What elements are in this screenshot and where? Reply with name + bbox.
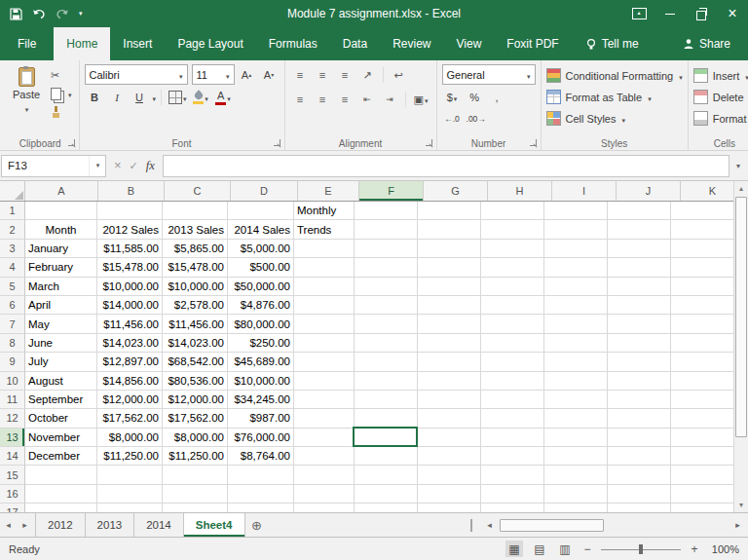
cell-G13[interactable] — [418, 429, 481, 447]
cell-F14[interactable] — [355, 447, 418, 466]
cell-I9[interactable] — [544, 353, 608, 371]
cell-H11[interactable] — [481, 391, 544, 409]
col-header-C[interactable]: C — [165, 181, 231, 201]
col-header-E[interactable]: E — [298, 181, 359, 201]
cell-I3[interactable] — [544, 240, 608, 258]
cell-K2[interactable] — [671, 220, 734, 239]
cell-F10[interactable] — [355, 372, 418, 391]
tell-me-box[interactable]: Tell me — [585, 27, 639, 60]
cell-I7[interactable] — [544, 315, 608, 333]
cell-A2[interactable]: Month — [25, 220, 97, 239]
cell-H6[interactable] — [481, 296, 544, 315]
cell-G17[interactable] — [418, 504, 481, 512]
cell-J7[interactable] — [608, 315, 671, 333]
cell-G5[interactable] — [418, 278, 481, 296]
cell-I11[interactable] — [544, 391, 608, 409]
underline-button[interactable]: U — [130, 89, 150, 106]
align-right-button[interactable]: ≡ — [335, 91, 355, 108]
cell-G6[interactable] — [418, 296, 481, 315]
cell-D10[interactable]: $10,000.00 — [228, 372, 294, 391]
number-dialog-launcher[interactable] — [530, 139, 538, 147]
cell-F5[interactable] — [355, 278, 418, 296]
cell-F1[interactable] — [355, 202, 418, 220]
cell-I1[interactable] — [544, 202, 608, 220]
insert-function-button[interactable]: fx — [146, 159, 155, 173]
cancel-icon[interactable] — [114, 159, 122, 172]
enter-icon[interactable] — [130, 159, 138, 172]
cell-J12[interactable] — [608, 409, 671, 428]
cell-G11[interactable] — [418, 391, 481, 409]
horizontal-scrollbar-thumb[interactable] — [500, 519, 604, 532]
cell-H15[interactable] — [481, 466, 544, 484]
cell-B13[interactable]: $8,000.00 — [97, 429, 163, 447]
cell-G15[interactable] — [418, 466, 481, 484]
row-header-7[interactable]: 7 — [0, 315, 25, 333]
cell-B15[interactable] — [97, 466, 163, 484]
cell-C1[interactable] — [163, 202, 228, 220]
alignment-dialog-launcher[interactable] — [426, 139, 433, 147]
cell-A10[interactable]: August — [25, 372, 97, 391]
cell-A11[interactable]: September — [25, 391, 97, 409]
cell-F8[interactable] — [355, 334, 418, 353]
increase-font-size-button[interactable]: A — [237, 66, 257, 84]
cell-G7[interactable] — [418, 315, 481, 333]
vertical-scrollbar-thumb[interactable] — [735, 197, 747, 437]
row-header-8[interactable]: 8 — [0, 334, 25, 353]
cell-J14[interactable] — [608, 447, 671, 466]
cell-J11[interactable] — [608, 391, 671, 409]
cell-J10[interactable] — [608, 372, 671, 391]
cell-B1[interactable] — [97, 202, 163, 220]
normal-view-button[interactable]: ▦ — [505, 541, 523, 557]
row-header-6[interactable]: 6 — [0, 296, 25, 315]
cell-H9[interactable] — [481, 353, 544, 371]
cell-J4[interactable] — [608, 258, 671, 277]
cell-H8[interactable] — [481, 334, 544, 353]
cell-C6[interactable]: $2,578.00 — [163, 296, 228, 315]
cell-H1[interactable] — [481, 202, 544, 220]
cell-G9[interactable] — [418, 353, 481, 371]
cell-D2[interactable]: 2014 Sales — [228, 220, 294, 239]
formula-input[interactable] — [163, 155, 729, 177]
font-name-combobox[interactable]: Calibri — [85, 64, 188, 85]
col-header-I[interactable]: I — [552, 181, 617, 201]
cell-B11[interactable]: $12,000.00 — [97, 391, 163, 409]
cell-J17[interactable] — [608, 504, 671, 512]
cell-H17[interactable] — [481, 504, 544, 512]
format-painter-button[interactable] — [51, 105, 72, 119]
col-header-G[interactable]: G — [424, 181, 488, 201]
cell-B4[interactable]: $15,478.00 — [97, 258, 163, 277]
format-cells-button[interactable]: Format — [693, 110, 748, 127]
col-header-K[interactable]: K — [681, 181, 734, 201]
cell-A3[interactable]: January — [25, 240, 97, 258]
cell-K3[interactable] — [671, 240, 734, 258]
cell-E5[interactable] — [294, 278, 355, 296]
cell-D14[interactable]: $8,764.00 — [228, 447, 294, 466]
cell-I14[interactable] — [544, 447, 608, 466]
cell-K1[interactable] — [671, 202, 734, 220]
cell-F13[interactable] — [355, 429, 418, 447]
cell-A1[interactable] — [25, 202, 97, 220]
cell-J5[interactable] — [608, 278, 671, 296]
cell-D6[interactable]: $4,876.00 — [228, 296, 294, 315]
cell-G12[interactable] — [418, 409, 481, 428]
ribbon-tab-formulas[interactable]: Formulas — [256, 27, 330, 60]
cell-C7[interactable]: $11,456.00 — [163, 315, 228, 333]
cell-I6[interactable] — [544, 296, 608, 315]
cell-C17[interactable] — [163, 504, 228, 512]
sheet-tab-2013[interactable]: 2013 — [86, 513, 135, 537]
cell-A15[interactable] — [25, 466, 97, 484]
new-sheet-button[interactable]: ⊕ — [245, 513, 269, 537]
font-size-combobox[interactable]: 11 — [192, 64, 235, 85]
format-as-table-button[interactable]: Format as Table — [546, 89, 683, 105]
cell-C12[interactable]: $17,562.00 — [163, 409, 228, 428]
cell-D3[interactable]: $5,000.00 — [228, 240, 294, 258]
cell-F9[interactable] — [355, 353, 418, 371]
cell-B3[interactable]: $11,585.00 — [97, 240, 163, 258]
cell-I17[interactable] — [544, 504, 608, 512]
cell-E11[interactable] — [294, 391, 355, 409]
cell-J3[interactable] — [608, 240, 671, 258]
cell-F16[interactable] — [355, 485, 418, 504]
row-header-12[interactable]: 12 — [0, 409, 25, 428]
cell-D13[interactable]: $76,000.00 — [228, 429, 294, 447]
cell-F4[interactable] — [355, 258, 418, 277]
